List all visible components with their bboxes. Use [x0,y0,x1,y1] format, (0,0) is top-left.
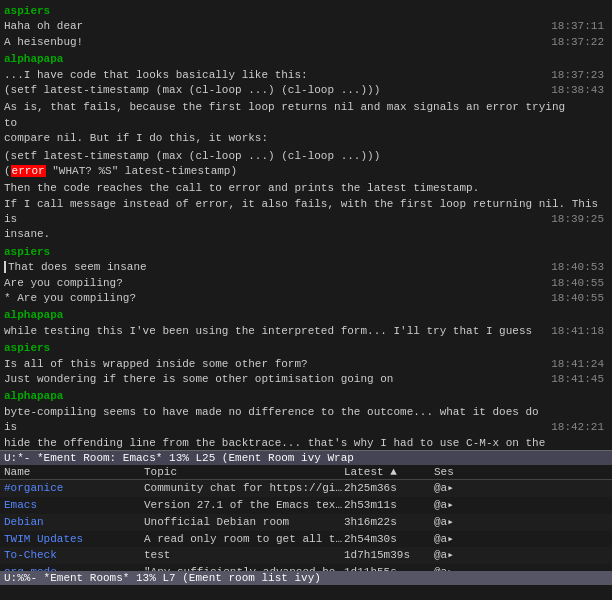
room-row[interactable]: To-Check test 1d7h15m39s @a▸ [0,547,612,564]
room-link[interactable]: TWIM Updates [4,533,83,545]
message-line: Then the code reaches the call to error … [4,181,608,196]
room-link[interactable]: org-mode [4,566,57,571]
timestamp: 18:41:45 [551,372,604,387]
message-line: (setf latest-timestamp (max (cl-loop ...… [4,83,608,98]
timestamp: 18:40:55 [551,291,604,306]
message-line: aspiers [4,245,608,260]
message-text: If I call message instead of error, it a… [4,198,598,225]
rooms-mode-text: U:%%- *Ement Rooms* 13% L7 (Ement room l… [4,572,321,584]
code-text: (setf latest-timestamp (max (cl-loop ...… [4,150,450,162]
room-name[interactable]: Emacs [4,498,144,513]
message-line: aspiers [4,341,608,356]
chat-mode-text: U:*- *Ement Room: Emacs* 13% L25 (Ement … [4,452,354,464]
message-line: Haha oh dear 18:37:11 [4,19,608,34]
room-ses: @a▸ [434,481,474,496]
message-line: If I call message instead of error, it a… [4,197,608,228]
message-text: insane. [4,228,120,240]
timestamp: 18:37:23 [551,68,604,83]
room-latest: 1d11h55s [344,565,434,571]
message-block: (setf latest-timestamp (max (cl-loop ...… [4,149,608,180]
message-line: alphapapa [4,308,608,323]
message-block: aspiers That does seem insane 18:40:53 A… [4,245,608,307]
room-latest: 2h53m11s [344,498,434,513]
message-line: alphapapa [4,52,608,67]
room-link[interactable]: Emacs [4,499,37,511]
col-header-latest: Latest ▲ [344,466,434,478]
room-link[interactable]: #organice [4,482,63,494]
message-line: As is, that fails, because the first loo… [4,100,608,131]
message-line: insane. [4,227,608,242]
room-row[interactable]: Emacs Version 27.1 of the Emacs text e..… [0,497,612,514]
message-line: while testing this I've been using the i… [4,324,608,339]
message-line: * Are you compiling? 18:40:55 [4,291,608,306]
room-latest: 2h54m30s [344,532,434,547]
room-row[interactable]: #organice Community chat for https://git… [0,480,612,497]
message-block: Then the code reaches the call to error … [4,181,608,243]
room-ses: @a▸ [434,565,474,571]
timestamp: 18:40:55 [551,276,604,291]
timestamp: 18:39:25 [551,212,604,227]
timestamp: 18:37:11 [551,19,604,34]
message-line: ...I have code that looks basically like… [4,68,608,83]
message-text: Then the code reaches the call to error … [4,182,549,194]
timestamp: 18:38:43 [551,83,604,98]
room-topic: Unofficial Debian room [144,515,344,530]
message-block: alphapapa while testing this I've been u… [4,308,608,339]
room-name[interactable]: Debian [4,515,144,530]
rooms-area: Name Topic Latest ▲ Ses #organice Commun… [0,465,612,571]
rooms-list: #organice Community chat for https://git… [0,480,612,571]
room-name[interactable]: org-mode [4,565,144,571]
message-text: compare nil. But if I do this, it works: [4,132,338,144]
room-topic: test [144,548,344,563]
room-topic: Version 27.1 of the Emacs text e... [144,498,344,513]
message-line: (setf latest-timestamp (max (cl-loop ...… [4,149,608,164]
author-alphapapa: alphapapa [4,309,63,321]
message-text: * Are you compiling? [4,292,206,304]
col-header-name: Name [4,466,144,478]
room-name[interactable]: To-Check [4,548,144,563]
room-ses: @a▸ [434,548,474,563]
error-keyword: error [11,165,46,177]
message-line: Is all of this wrapped inside some other… [4,357,608,372]
room-latest: 1d7h15m39s [344,548,434,563]
message-line: That does seem insane 18:40:53 [4,260,608,275]
message-block: alphapapa ...I have code that looks basi… [4,52,608,98]
message-text: Just wondering if there is some other op… [4,373,463,385]
message-text: Are you compiling? [4,277,193,289]
message-line: Just wondering if there is some other op… [4,372,608,387]
message-line: (error "WHAT? %S" latest-timestamp) [4,164,608,179]
room-link[interactable]: Debian [4,516,44,528]
message-text: Is all of this wrapped inside some other… [4,358,378,370]
message-block: alphapapa byte-compiling seems to have m… [4,389,608,450]
room-topic: "Any sufficiently advanced hobby... [144,565,344,571]
message-text: byte-compiling seems to have made no dif… [4,406,539,433]
author-alphapapa: alphapapa [4,390,63,402]
room-row[interactable]: TWIM Updates A read only room to get all… [0,531,612,548]
room-name[interactable]: #organice [4,481,144,496]
author-aspiers: aspiers [4,5,50,17]
code-text: (setf latest-timestamp (max (cl-loop ...… [4,84,450,96]
rooms-mode-line: U:%%- *Ement Rooms* 13% L7 (Ement room l… [0,571,612,585]
timestamp: 18:42:21 [551,420,604,435]
author-alphapapa: alphapapa [4,53,63,65]
message-block: aspiers Haha oh dear 18:37:11 A heisenbu… [4,4,608,50]
timestamp: 18:41:18 [551,324,604,339]
room-link[interactable]: To-Check [4,549,57,561]
room-row[interactable]: Debian Unofficial Debian room 3h16m22s @… [0,514,612,531]
chat-mode-line: U:*- *Ement Room: Emacs* 13% L25 (Ement … [0,450,612,465]
message-text: hide the offending line from the backtra… [4,437,545,450]
room-name[interactable]: TWIM Updates [4,532,144,547]
room-row[interactable]: org-mode "Any sufficiently advanced hobb… [0,564,612,571]
code-text: (error "WHAT? %S" latest-timestamp) [4,165,307,177]
message-text: while testing this I've been using the i… [4,325,602,337]
message-line: compare nil. But if I do this, it works: [4,131,608,146]
message-block: aspiers Is all of this wrapped inside so… [4,341,608,387]
message-text: That does seem insane [4,261,217,273]
message-line: A heisenbug! 18:37:22 [4,35,608,50]
message-line: byte-compiling seems to have made no dif… [4,405,608,436]
room-ses: @a▸ [434,532,474,547]
timestamp: 18:40:53 [551,260,604,275]
message-text: ...I have code that looks basically like… [4,69,378,81]
message-text: As is, that fails, because the first loo… [4,101,565,128]
message-text: Haha oh dear [4,20,153,32]
